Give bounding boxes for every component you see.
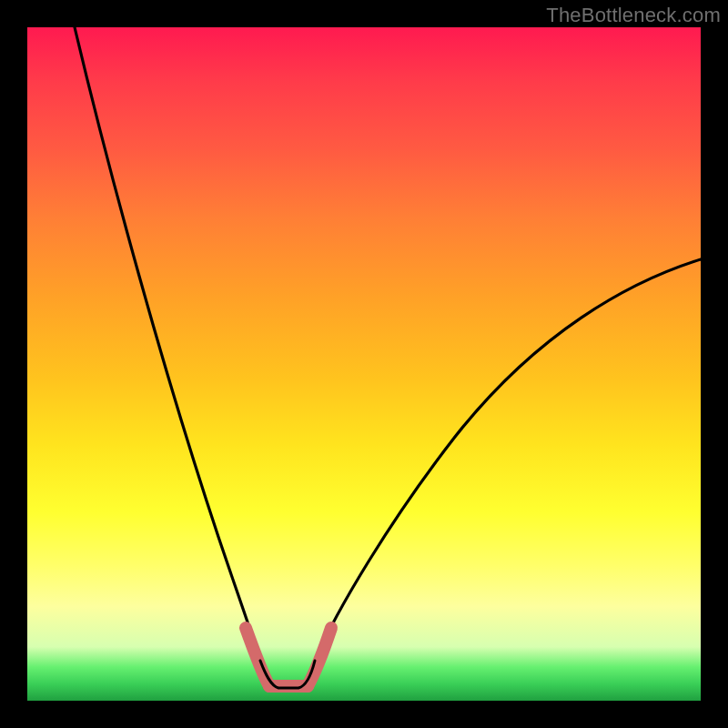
curve-left-branch	[75, 27, 260, 661]
optimal-band-left	[246, 628, 269, 686]
optimal-band-right	[308, 628, 331, 686]
curve-layer	[27, 27, 701, 701]
chart-frame: TheBottleneck.com	[0, 0, 728, 728]
watermark-text: TheBottleneck.com	[546, 4, 721, 27]
curve-right-branch	[315, 259, 701, 661]
